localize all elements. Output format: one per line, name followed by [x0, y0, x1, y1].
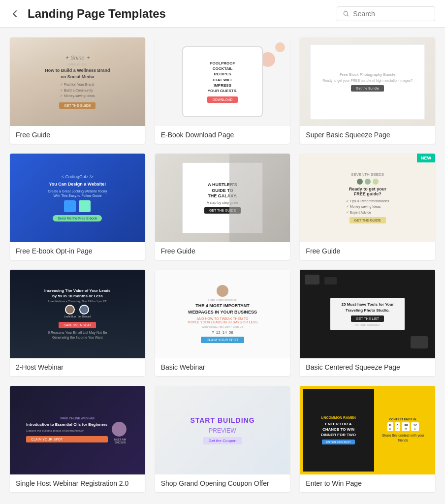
template-card[interactable]: FOOLPROOFCOCKTAILRECIPESTHAT WILLIMPRESS… [155, 37, 290, 144]
template-thumbnail: ✦ Shine ✦ FREE GUIDE How to Build a Well… [10, 37, 145, 126]
template-card[interactable]: < CodingCatz /> You Can Design a Website… [10, 154, 145, 260]
thumb-sub: 6 Reasons Your Email List May Not BeGene… [48, 330, 107, 340]
template-card[interactable]: 25 Must-have Tools for Your Traveling Ph… [300, 270, 435, 376]
template-card[interactable]: START BUILDING PREVIEW Get the Coupon Sh… [155, 386, 290, 492]
thumb-label: FREE ONLINE WEBINAR [60, 417, 95, 420]
template-card[interactable]: UNCOMMON RAMEN ENTER FOR ACHANCE TO WIND… [300, 386, 435, 492]
thumb-preview: PREVIEW [209, 427, 236, 434]
template-thumbnail: Free Stock Photography Bundle Ready to g… [300, 37, 435, 126]
thumb-cta: ENTER CONTEST [322, 440, 355, 444]
thumb-cta: GET THE LIST [351, 315, 384, 322]
thumb-cta: CLAIM YOUR SPOT [26, 436, 107, 442]
template-label: Enter to Win Page [300, 474, 435, 492]
thumb-title: How to Build a Wellness Brandon Social M… [45, 67, 110, 80]
thumb-cta: CLAIM YOUR SPOT [201, 337, 244, 343]
thumb-card: Free Stock Photography Bundle Ready to g… [310, 44, 425, 120]
template-label: Super Basic Squeeze Page [300, 126, 435, 144]
search-icon [343, 10, 349, 17]
thumb-date: Wednesday, Nov 18th • 2pm ET [202, 325, 244, 328]
thumb-device: FOOLPROOFCOCKTAILRECIPESTHAT WILLIMPRESS… [182, 46, 263, 117]
template-label: Free Guide [10, 126, 145, 144]
thumb-subtitle: Create a Great Looking Website TodayWith… [48, 189, 107, 199]
thumb-body: Ready to get your FREE bundle of high-re… [322, 79, 413, 82]
template-thumbnail: START BUILDING PREVIEW Get the Coupon [155, 386, 290, 474]
back-button[interactable] [10, 9, 20, 19]
thumb-title: 25 Must-have Tools for Your Traveling Ph… [334, 302, 401, 313]
search-input[interactable] [353, 10, 429, 18]
thumb-title: START BUILDING [190, 416, 254, 424]
thumb-list: ✓ Tips & Recommendations✓ Money-saving I… [346, 198, 389, 215]
template-label: 2-Host Webinar [10, 358, 145, 376]
template-label: Basic Centered Squeeze Page [300, 358, 435, 376]
thumb-subtitle: Explore the building blocks of aromather… [26, 429, 107, 433]
template-card[interactable]: ✦ Shine ✦ FREE GUIDE How to Build a Well… [10, 37, 145, 144]
page-title: Landing Page Templates [28, 7, 337, 21]
thumb-brand: < CodingCatz /> [62, 174, 94, 179]
thumb-avatars: Leslie Burr Ian Darnald [64, 305, 91, 318]
template-thumbnail: FREE ONLINE WEBINAR Introduction to Esse… [10, 386, 145, 474]
thumb-title: Increasing The Value of Your Leadsby 5x … [44, 288, 110, 299]
template-thumbnail: 25 Must-have Tools for Your Traveling Ph… [300, 270, 435, 358]
thumb-brand: SEVENTH SEEDS [351, 172, 384, 177]
template-thumbnail: UNCOMMON RAMEN ENTER FOR ACHANCE TO WIND… [300, 386, 435, 474]
thumb-brand: UNCOMMON RAMEN [321, 416, 355, 419]
template-label: E-Book Download Page [155, 126, 290, 144]
template-label: Free E-book Opt-in Page [10, 242, 145, 260]
thumb-title: FOOLPROOFCOCKTAILRECIPESTHAT WILLIMPRESS… [208, 61, 237, 94]
template-thumbnail: Hope Ralph presents: THE 4 MOST IMPORTAN… [155, 270, 290, 358]
thumb-label: Free Stock Photography Bundle [340, 72, 395, 77]
thumb-card: 25 Must-have Tools for Your Traveling Ph… [330, 298, 405, 330]
template-thumbnail: NEW SEVENTH SEEDS Ready to get yourFREE … [300, 154, 435, 242]
template-thumbnail: A HUSTLER'SGUIDE TOTHE GALAXY. A step-by… [155, 154, 290, 242]
thumb-label: FREE GUIDE [68, 63, 87, 66]
thumb-subtitle: AND HOW TO TWEAK THEM TOTRIPLE YOUR LEAD… [188, 317, 258, 324]
thumb-cta: GET THE GUIDE [59, 102, 95, 109]
thumb-sub: It's Free. Seriously. [334, 323, 401, 326]
template-card[interactable]: Increasing The Value of Your Leadsby 5x … [10, 270, 145, 376]
thumb-title: THE 4 MOST IMPORTANTWEBPAGES IN YOUR BUS… [188, 303, 257, 315]
thumb-cta: Get the Bundle [351, 85, 384, 92]
template-card[interactable]: Hope Ralph presents: THE 4 MOST IMPORTAN… [155, 270, 290, 376]
templates-grid: ✦ Shine ✦ FREE GUIDE How to Build a Well… [0, 28, 445, 502]
thumb-cta: GET THE GUIDE [350, 217, 386, 223]
template-card[interactable]: FREE ONLINE WEBINAR Introduction to Esse… [10, 386, 145, 492]
new-badge: NEW [417, 154, 435, 162]
thumb-right-text: Share this contest with your friends [377, 433, 429, 443]
thumb-countdown: 7121458 [212, 330, 233, 335]
thumb-title: ENTER FOR ACHANCE TO WINDINNER FOR TWO [321, 421, 356, 438]
search-box[interactable] [337, 6, 435, 21]
template-label: Single Host Webinar Registration 2.0 [10, 474, 145, 492]
template-thumbnail: FOOLPROOFCOCKTAILRECIPESTHAT WILLIMPRESS… [155, 37, 290, 126]
thumb-brand: ✦ Shine ✦ [64, 55, 90, 61]
template-card[interactable]: Free Stock Photography Bundle Ready to g… [300, 37, 435, 144]
thumb-cta: Send Me the Free E-book [53, 215, 102, 221]
template-card[interactable]: NEW SEVENTH SEEDS Ready to get yourFREE … [300, 154, 435, 260]
thumb-date: Live Webinar • Thursday, Nov 24th • 1pm … [48, 300, 107, 303]
thumb-title: You Can Design a Website! [49, 181, 106, 188]
thumb-checklist: ✓ Position Your Brand✓ Build a Community… [60, 82, 95, 98]
thumb-countdown: 8D 5H 30M 12S [387, 422, 419, 431]
thumb-cta: Get the Coupon [203, 437, 242, 444]
thumb-end-label: CONTEST ENDS IN: [389, 418, 417, 421]
thumb-cta: SAVE ME A SEAT [59, 322, 96, 328]
thumb-title: Introduction to Essential Oils for Begin… [26, 422, 107, 427]
template-thumbnail: Increasing The Value of Your Leadsby 5x … [10, 270, 145, 358]
thumb-title: Ready to get yourFREE guide? [349, 187, 386, 196]
thumb-left-panel: UNCOMMON RAMEN ENTER FOR ACHANCE TO WIND… [303, 389, 374, 472]
thumb-right-panel: CONTEST ENDS IN: 8D 5H 30M 12S Share thi… [374, 389, 432, 472]
thumb-presenter: Hope Ralph presents: [208, 298, 237, 301]
template-thumbnail: < CodingCatz /> You Can Design a Website… [10, 154, 145, 242]
template-label: Shop Grand Opening Coupon Offer [155, 474, 290, 492]
template-label: Free Guide [155, 242, 290, 260]
template-label: Basic Webinar [155, 358, 290, 376]
template-label: Free Guide [300, 242, 435, 260]
template-card[interactable]: A HUSTLER'SGUIDE TOTHE GALAXY. A step-by… [155, 154, 290, 260]
thumb-cta: DOWNLOAD [207, 96, 237, 103]
page-header: Landing Page Templates [0, 0, 445, 28]
